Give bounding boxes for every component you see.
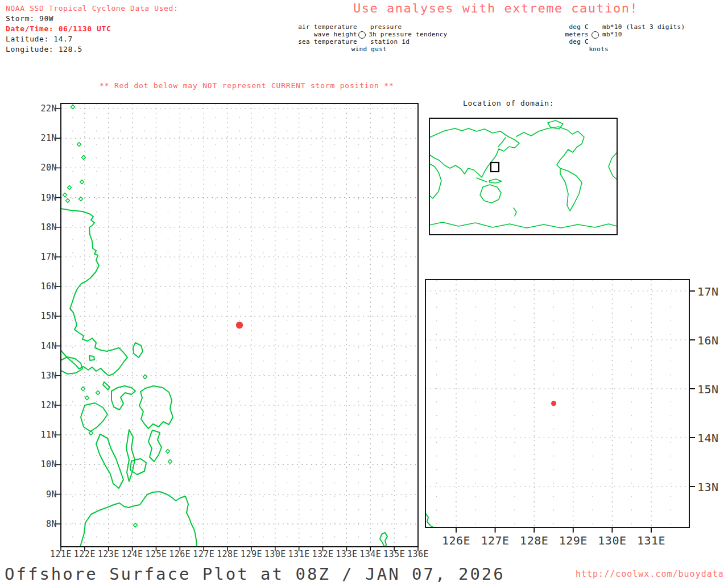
world-coastline: [429, 120, 617, 228]
inset-map-border: [429, 118, 617, 235]
plot-title: Offshore Surface Plot at 08Z / JAN 07, 2…: [5, 564, 505, 582]
detail-map-border: [425, 280, 689, 527]
map-graphics-canvas: [0, 0, 728, 582]
domain-rectangle: [491, 163, 499, 172]
main-map-ticks: [55, 109, 418, 551]
detail-map-ticks: [456, 291, 695, 533]
buoy-plot-page: NOAA SSD Tropical Cyclone Data Used: Sto…: [0, 0, 728, 582]
storm-position-dot-detail: [551, 401, 556, 406]
storm-position-dot-main: [236, 322, 243, 329]
detail-map-coastline: [425, 513, 433, 527]
detail-map-grid: [425, 280, 689, 527]
site-url: http://coolwx.com/buoydata: [576, 569, 724, 579]
philippines-coastline: [61, 105, 387, 547]
